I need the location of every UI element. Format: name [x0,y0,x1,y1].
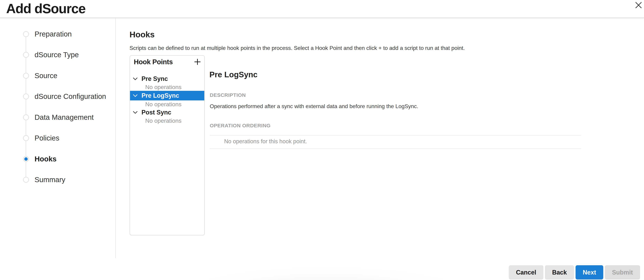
sidebar-step[interactable]: Source [0,65,115,86]
step-circle-icon [23,73,29,79]
active-step-dot [24,157,28,161]
step-circle-icon [23,177,29,183]
hook-point-label: Pre LogSync [142,92,179,99]
sidebar-step[interactable]: Preparation [0,24,115,45]
step-label: Preparation [34,30,72,38]
hook-points-list: Pre Sync No operations Pre LogSync No op… [130,74,204,124]
sidebar-step[interactable]: Hooks [0,149,115,170]
hooks-description: Scripts can be defined to run at multipl… [130,45,592,51]
sidebar-step[interactable]: dSource Configuration [0,86,115,107]
add-dsource-dialog: Add dSource Preparation dSource Type Sou… [0,0,644,280]
chevron-down-icon [133,77,138,80]
hook-point-label: Post Sync [142,109,171,116]
hook-description-text: Operations performed after a sync with e… [210,103,418,110]
step-circle-icon [23,114,29,120]
hook-point-row[interactable]: Post Sync [130,108,204,117]
step-circle-icon [23,135,29,141]
hook-point-label: Pre Sync [142,75,168,82]
plus-icon [194,59,201,65]
step-label: dSource Configuration [34,92,106,101]
page-title: Add dSource [6,0,86,17]
sidebar-step[interactable]: Policies [0,128,115,149]
selected-hook-heading: Pre LogSync [210,71,258,78]
close-button[interactable] [633,0,644,10]
sidebar-step[interactable]: Data Management [0,107,115,128]
add-hook-button[interactable] [194,58,201,66]
ordering-divider-bottom [210,149,581,149]
step-circle-icon [23,52,29,58]
hook-point-row[interactable]: Pre Sync [130,74,204,83]
operation-ordering-label: OPERATION ORDERING [210,123,270,128]
footer-button[interactable]: Submit [605,265,640,279]
footer-button[interactable]: Back [545,265,574,279]
hooks-heading: Hooks [130,31,155,39]
footer-shadow [128,254,488,280]
step-label: Data Management [34,113,94,121]
close-icon [635,2,642,9]
step-circle-icon [23,31,29,37]
hook-point-row[interactable]: Pre LogSync [130,91,204,100]
hook-point-note: No operations [130,83,204,91]
step-label: Summary [34,176,65,184]
header-divider [0,18,644,18]
hook-point-note: No operations [130,100,204,108]
hook-point-item: Pre LogSync No operations [130,91,204,108]
ordering-divider-top [210,135,581,135]
sidebar-step[interactable]: dSource Type [0,45,115,65]
hook-point-note: No operations [130,117,204,124]
step-circle-icon [23,94,29,99]
chevron-down-icon [133,111,138,114]
description-section-label: DESCRIPTION [210,92,246,98]
step-label: Hooks [34,155,56,163]
hook-points-title: Hook Points [134,58,173,65]
hook-points-panel: Hook Points Pre Sync No operations [130,55,205,235]
chevron-down-icon [133,94,138,97]
step-label: Source [34,72,57,80]
sidebar-step[interactable]: Summary [0,170,115,190]
footer-button[interactable]: Next [576,265,603,279]
hook-point-item: Post Sync No operations [130,108,204,124]
step-circle-icon [23,156,29,162]
hook-point-item: Pre Sync No operations [130,74,204,91]
footer-button-bar: Cancel Back Next Submit [509,265,640,279]
footer-button[interactable]: Cancel [509,265,544,279]
wizard-stepper: Preparation dSource Type Source dSource … [0,24,115,190]
sidebar-divider [115,18,116,258]
ordering-empty-text: No operations for this hook point. [224,138,307,145]
step-label: dSource Type [34,51,79,59]
step-label: Policies [34,134,59,142]
